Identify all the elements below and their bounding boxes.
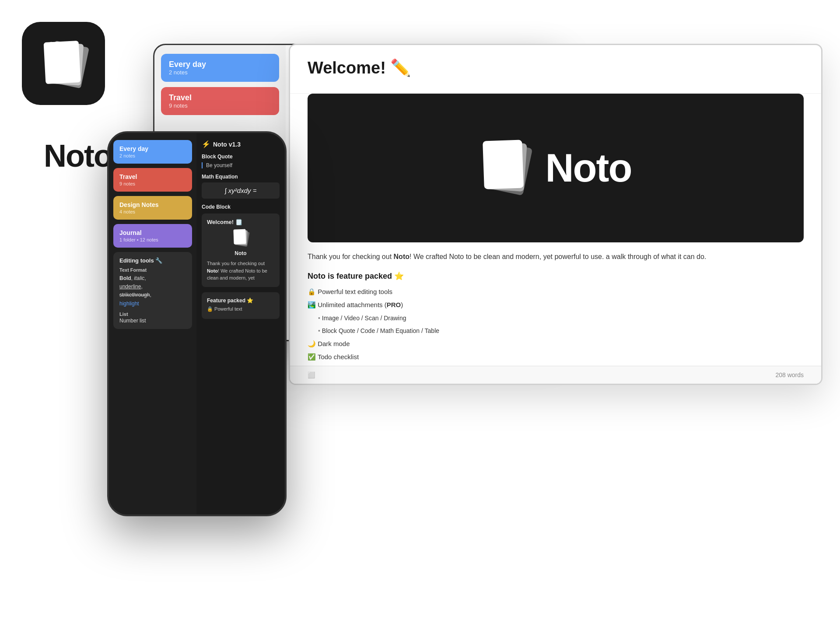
tablet-folder-travel: Travel 9 notes xyxy=(161,87,279,115)
feature-item: 🌙 Dark mode xyxy=(308,339,804,349)
phone-blockquote: Be yourself xyxy=(202,162,280,168)
phone-mockup: Every day 2 notes Travel 9 notes Design … xyxy=(107,131,287,516)
phone-editing-section: Editing tools 🔧 Text Format Bold, italic… xyxy=(113,252,192,329)
desktop-header: Welcome! ✏️ xyxy=(290,45,821,94)
format-text: Bold, italic, underline, strikethrough, … xyxy=(119,274,186,308)
phone-logo-papers xyxy=(232,229,249,248)
desktop-body: Thank you for checking out Noto! We craf… xyxy=(290,242,821,385)
phone-noto-logo: Noto xyxy=(207,229,274,256)
app-name: Noto xyxy=(44,138,112,174)
feature-item-indent: Block Quote / Code / Math Equation / Tab… xyxy=(308,326,804,336)
phone-content: ⚡ Noto v1.3 Block Quote Be yourself Math… xyxy=(196,133,285,514)
phone-feature-title: Feature packed ⭐ xyxy=(207,298,274,304)
phone-noto-header: ⚡ Noto v1.3 xyxy=(202,140,280,148)
feature-item-indent: Image / Video / Scan / Drawing xyxy=(308,314,804,323)
desktop-description: Thank you for checking out Noto! We craf… xyxy=(308,251,804,262)
app-icon xyxy=(22,22,105,105)
desktop-footer: ⬜ 208 words xyxy=(290,366,821,384)
feature-item: 🔒 Powerful text editing tools xyxy=(308,287,804,297)
app-icon-container: Noto xyxy=(22,22,105,105)
phone-feature-section: Feature packed ⭐ 🔒 Powerful text xyxy=(202,292,280,319)
phone-bolt-icon: ⚡ xyxy=(202,140,210,148)
phone-welcome-desc: Thank you for checking out Noto! We craf… xyxy=(207,260,274,282)
feature-item: ✅ Todo checklist xyxy=(308,352,804,362)
paper-front xyxy=(44,41,81,84)
feature-item: 🏞️ Unlimited attachments (PRO) xyxy=(308,300,804,310)
phone-folder-travel[interactable]: Travel 9 notes xyxy=(113,168,192,192)
desktop-mockup: Welcome! ✏️ Noto Thank you for checking … xyxy=(289,44,822,385)
phone-folder-everyday[interactable]: Every day 2 notes xyxy=(113,140,192,164)
phone-sidebar: Every day 2 notes Travel 9 notes Design … xyxy=(109,133,196,514)
phone-folder-design[interactable]: Design Notes 4 notes xyxy=(113,196,192,220)
tablet-folder-everyday: Every day 2 notes xyxy=(161,54,279,82)
app-icon-papers xyxy=(39,39,88,88)
hero-paper-front xyxy=(483,140,524,189)
phone-folder-journal[interactable]: Journal 1 folder • 12 notes xyxy=(113,224,192,248)
footer-icon: ⬜ xyxy=(308,371,315,378)
desktop-hero: Noto xyxy=(308,94,804,242)
hero-papers xyxy=(480,140,532,196)
phone-welcome-section: Welcome! 🗒️ Noto Thank you for checking … xyxy=(202,214,280,287)
phone-math-box: ∫ xy²dxdy = xyxy=(202,182,280,199)
